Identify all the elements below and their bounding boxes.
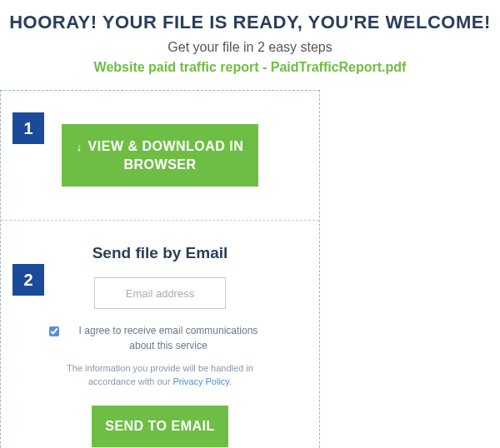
step-2: 2 Send file by Email I agree to receive … (1, 220, 319, 448)
privacy-policy-link[interactable]: Privacy Policy (172, 376, 229, 386)
download-arrow-icon: ↓ (77, 141, 82, 153)
disclaimer-post: . (229, 376, 232, 386)
consent-checkbox[interactable] (49, 326, 59, 336)
email-input[interactable] (94, 277, 226, 309)
send-email-button[interactable]: SEND TO EMAIL (92, 406, 228, 447)
step-1-number: 1 (12, 112, 44, 144)
view-download-button[interactable]: ↓ VIEW & DOWNLOAD IN BROWSER (62, 124, 258, 187)
page-subtitle: Get your file in 2 easy steps (0, 40, 500, 55)
email-heading: Send file by Email (26, 244, 294, 262)
step-1: 1 ↓ VIEW & DOWNLOAD IN BROWSER (1, 91, 319, 220)
steps-card: 1 ↓ VIEW & DOWNLOAD IN BROWSER 2 Send fi… (0, 90, 320, 448)
file-name: Website paid traffic report - PaidTraffi… (0, 60, 500, 75)
privacy-disclaimer: The information you provide will be hand… (26, 361, 294, 389)
step-2-number: 2 (12, 264, 44, 296)
page-title: HOORAY! YOUR FILE IS READY, YOU'RE WELCO… (0, 12, 500, 33)
download-button-label: VIEW & DOWNLOAD IN BROWSER (88, 139, 244, 172)
consent-text: I agree to receive email communications … (66, 324, 271, 353)
